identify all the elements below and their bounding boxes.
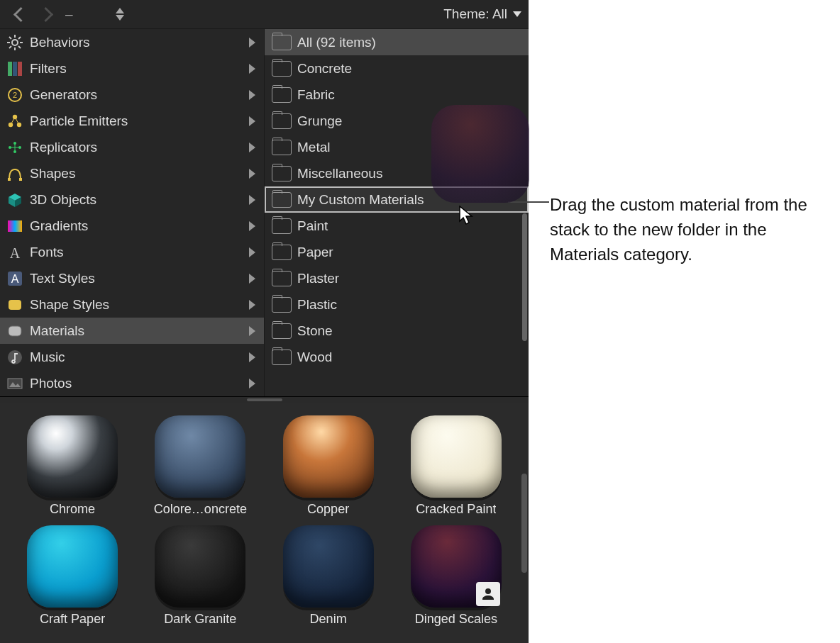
material-label: Craft Paper (40, 612, 105, 627)
folder-icon (272, 61, 292, 77)
folder-label: Metal (297, 140, 330, 155)
folder-icon (272, 350, 292, 365)
material-swatch (283, 525, 374, 608)
category-item-3d-objects[interactable]: 3D Objects (0, 186, 264, 213)
svg-line-17 (11, 117, 15, 125)
material-swatch (411, 415, 502, 498)
category-label: Music (30, 350, 243, 365)
material-thumb-chrome[interactable]: Chrome (14, 415, 131, 517)
category-label: Fonts (30, 245, 243, 260)
chevron-right-icon (249, 64, 255, 74)
folder-item-plaster[interactable]: Plaster (265, 265, 529, 291)
material-grid[interactable]: ChromeColore…oncreteCopperCracked PaintC… (0, 403, 529, 643)
textstyle-icon: A (6, 269, 24, 288)
category-list[interactable]: BehaviorsFilters2GeneratorsParticle Emit… (0, 29, 265, 396)
particles-icon (6, 112, 24, 130)
material-thumb-craft-paper[interactable]: Craft Paper (14, 525, 131, 627)
category-label: 3D Objects (30, 192, 243, 208)
material-icon (6, 322, 24, 340)
category-item-shape-styles[interactable]: Shape Styles (0, 291, 264, 318)
material-thumb-cracked-paint[interactable]: Cracked Paint (398, 415, 514, 517)
material-thumb-colore-oncrete[interactable]: Colore…oncrete (142, 415, 258, 517)
font-icon: A (6, 243, 24, 262)
material-swatch (283, 415, 374, 498)
folder-item-paint[interactable]: Paint (265, 213, 529, 239)
chevron-right-icon (249, 195, 255, 205)
material-swatch (155, 525, 245, 608)
chevron-right-icon (249, 142, 255, 152)
folder-icon (272, 166, 292, 181)
folder-label: Paint (297, 218, 328, 234)
category-item-music[interactable]: Music (0, 344, 264, 370)
category-item-text-styles[interactable]: AText Styles (0, 265, 264, 291)
horizontal-splitter[interactable] (0, 397, 529, 403)
scrollbar-thumb[interactable] (521, 474, 527, 573)
svg-rect-34 (9, 300, 21, 310)
category-item-replicators[interactable]: Replicators (0, 134, 264, 160)
back-button[interactable] (13, 6, 28, 21)
category-item-gradients[interactable]: Gradients (0, 213, 264, 239)
category-item-materials[interactable]: Materials (0, 318, 264, 344)
folder-item-concrete[interactable]: Concrete (265, 55, 529, 82)
filter-icon (6, 60, 24, 78)
folder-label: Fabric (297, 87, 335, 103)
cursor-icon (459, 206, 476, 225)
category-item-filters[interactable]: Filters (0, 55, 264, 82)
user-badge-icon (476, 582, 500, 606)
folder-label: Wood (297, 350, 332, 365)
material-swatch (411, 525, 502, 608)
material-thumb-dark-granite[interactable]: Dark Granite (142, 525, 258, 627)
folder-item-plastic[interactable]: Plastic (265, 291, 529, 318)
chevron-right-icon (249, 274, 255, 284)
svg-line-7 (18, 37, 21, 39)
folder-label: Plastic (297, 297, 337, 313)
material-label: Copper (307, 502, 349, 517)
folder-item-wood[interactable]: Wood (265, 344, 529, 370)
folder-label: Grunge (297, 113, 342, 129)
category-label: Shape Styles (30, 297, 243, 313)
material-thumb-denim[interactable]: Denim (270, 525, 387, 627)
folder-item-stone[interactable]: Stone (265, 318, 529, 344)
material-thumb-copper[interactable]: Copper (270, 415, 387, 517)
material-thumb-dinged-scales[interactable]: Dinged Scales (398, 525, 514, 627)
svg-text:A: A (10, 245, 21, 261)
chevron-right-icon (249, 169, 255, 179)
svg-line-8 (9, 46, 11, 48)
material-label: Dark Granite (164, 612, 236, 627)
svg-rect-11 (18, 62, 22, 76)
folder-item-paper[interactable]: Paper (265, 239, 529, 265)
folder-icon (272, 218, 292, 234)
theme-popup[interactable]: Theme: All (443, 6, 521, 22)
theme-label: Theme: All (443, 6, 507, 22)
folder-item-all-92-items-[interactable]: All (92 items) (265, 29, 529, 55)
category-item-generators[interactable]: 2Generators (0, 82, 264, 108)
svg-line-6 (18, 46, 21, 48)
scrollbar-thumb[interactable] (522, 213, 527, 341)
folder-icon (272, 271, 292, 286)
folder-list[interactable]: All (92 items)ConcreteFabricGrungeMetalM… (265, 29, 529, 396)
folder-icon (272, 113, 292, 129)
replicator-icon (6, 138, 24, 157)
category-item-particle-emitters[interactable]: Particle Emitters (0, 108, 264, 134)
nav-controls: – (16, 6, 124, 22)
category-item-behaviors[interactable]: Behaviors (0, 29, 264, 55)
shape-icon (6, 164, 24, 183)
path-stepper-icon (116, 8, 124, 21)
material-label: Cracked Paint (416, 502, 496, 517)
chevron-right-icon (249, 326, 255, 336)
folder-item-fabric[interactable]: Fabric (265, 82, 529, 108)
path-popup[interactable]: – (65, 6, 124, 22)
chevron-right-icon (249, 221, 255, 231)
svg-rect-30 (8, 220, 22, 232)
category-item-fonts[interactable]: AFonts (0, 239, 264, 265)
folder-label: Miscellaneous (297, 166, 382, 181)
category-item-photos[interactable]: Photos (0, 370, 264, 396)
folder-label: My Custom Materials (297, 192, 424, 208)
category-item-shapes[interactable]: Shapes (0, 160, 264, 186)
category-label: Text Styles (30, 271, 243, 286)
svg-rect-26 (19, 178, 22, 181)
category-label: Filters (30, 61, 243, 77)
svg-rect-10 (13, 62, 17, 76)
folder-icon (272, 323, 292, 339)
forward-button[interactable] (38, 6, 53, 21)
